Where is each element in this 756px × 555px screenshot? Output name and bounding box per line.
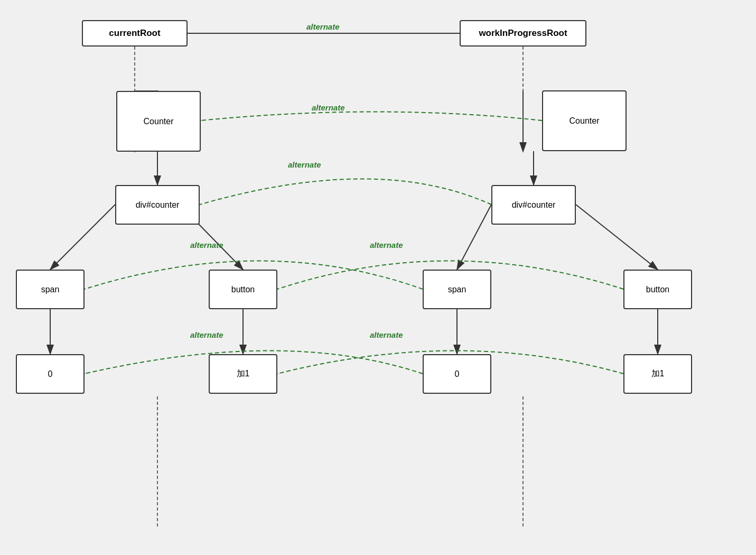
alternate-label-button: alternate xyxy=(370,240,403,249)
button-left-label: button xyxy=(231,285,255,294)
alternate-label-counter: alternate xyxy=(312,103,345,112)
div-counter-left-label: div#counter xyxy=(136,200,180,210)
alternate-label-top: alternate xyxy=(306,22,340,31)
svg-line-16 xyxy=(576,205,658,270)
zero-right-label: 0 xyxy=(455,369,460,379)
alternate-label-span: alternate xyxy=(190,240,223,249)
counter-right-node: Counter xyxy=(542,90,627,151)
svg-line-13 xyxy=(50,205,115,270)
alternate-label-zero: alternate xyxy=(190,330,223,339)
jia1-left-node: 加1 xyxy=(209,354,277,394)
span-right-label: span xyxy=(448,285,466,294)
counter-left-node: Counter xyxy=(116,91,201,152)
jia1-left-label: 加1 xyxy=(237,368,250,380)
counter-left-label: Counter xyxy=(144,117,174,126)
counter-right-label: Counter xyxy=(570,116,600,126)
current-root-node: currentRoot xyxy=(82,20,188,47)
alternate-label-div: alternate xyxy=(288,160,321,169)
jia1-right-node: 加1 xyxy=(623,354,692,394)
alternate-label-jia1: alternate xyxy=(370,330,403,339)
zero-left-label: 0 xyxy=(48,369,53,379)
jia1-right-label: 加1 xyxy=(651,368,665,380)
current-root-label: currentRoot xyxy=(109,28,160,39)
zero-right-node: 0 xyxy=(423,354,491,394)
div-counter-right-node: div#counter xyxy=(491,185,576,225)
svg-line-15 xyxy=(457,205,491,270)
div-counter-left-node: div#counter xyxy=(115,185,200,225)
div-counter-right-label: div#counter xyxy=(512,200,556,210)
span-left-label: span xyxy=(41,285,60,294)
button-right-label: button xyxy=(646,285,669,294)
work-in-progress-root-label: workInProgressRoot xyxy=(479,28,567,39)
button-right-node: button xyxy=(623,270,692,309)
span-left-node: span xyxy=(16,270,85,309)
work-in-progress-root-node: workInProgressRoot xyxy=(460,20,586,47)
button-left-node: button xyxy=(209,270,277,309)
zero-left-node: 0 xyxy=(16,354,85,394)
span-right-node: span xyxy=(423,270,491,309)
diagram-container: currentRoot workInProgressRoot Counter C… xyxy=(0,0,756,555)
